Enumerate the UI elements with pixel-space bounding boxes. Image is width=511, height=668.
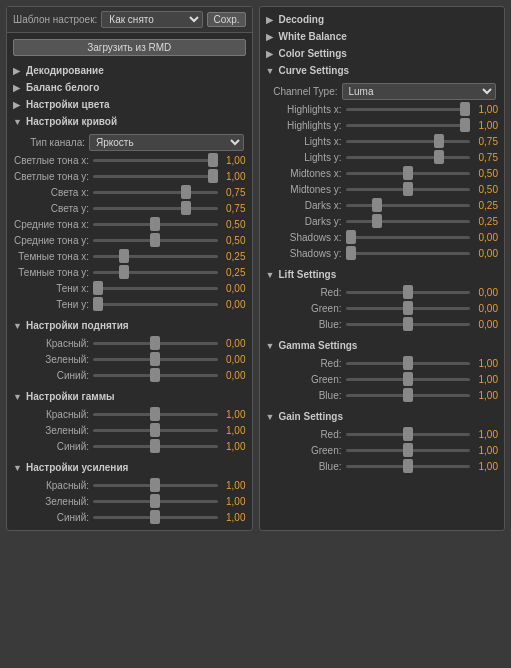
section-white-balance-right[interactable]: ▶ White Balance xyxy=(260,28,505,45)
slider-container-right-curve-5[interactable] xyxy=(346,183,471,195)
slider-thumb-right-gamma-0[interactable] xyxy=(403,356,413,370)
slider-thumb-right-curve-7[interactable] xyxy=(372,214,382,228)
slider-thumb-left-lift-2[interactable] xyxy=(150,368,160,382)
channel-type-select-right[interactable]: Luma xyxy=(342,83,497,100)
slider-thumb-left-curve-2[interactable] xyxy=(181,185,191,199)
slider-thumb-left-curve-4[interactable] xyxy=(150,217,160,231)
slider-container-left-curve-3[interactable] xyxy=(93,202,218,214)
slider-thumb-left-curve-6[interactable] xyxy=(119,249,129,263)
slider-container-left-lift-1[interactable] xyxy=(93,353,218,365)
section-gain-right[interactable]: ▼ Gain Settings xyxy=(260,408,505,425)
slider-container-right-lift-1[interactable] xyxy=(346,302,471,314)
slider-label-right-gamma-2: Blue: xyxy=(266,390,346,401)
slider-container-right-lift-2[interactable] xyxy=(346,318,471,330)
preset-select[interactable]: Как снято xyxy=(101,11,203,28)
save-button[interactable]: Сохр. xyxy=(207,12,245,27)
slider-thumb-left-curve-5[interactable] xyxy=(150,233,160,247)
slider-thumb-left-lift-0[interactable] xyxy=(150,336,160,350)
section-white-balance-left[interactable]: ▶ Баланс белого xyxy=(7,79,252,96)
slider-container-left-curve-8[interactable] xyxy=(93,282,218,294)
slider-thumb-left-curve-8[interactable] xyxy=(93,281,103,295)
slider-container-left-curve-1[interactable] xyxy=(93,170,218,182)
section-color-settings-left[interactable]: ▶ Настройки цвета xyxy=(7,96,252,113)
slider-thumb-right-curve-6[interactable] xyxy=(372,198,382,212)
slider-container-left-curve-4[interactable] xyxy=(93,218,218,230)
slider-thumb-right-curve-1[interactable] xyxy=(460,118,470,132)
section-gamma-left[interactable]: ▼ Настройки гаммы xyxy=(7,388,252,405)
load-button[interactable]: Загрузить из RMD xyxy=(13,39,246,56)
slider-container-right-gamma-0[interactable] xyxy=(346,357,471,369)
slider-thumb-left-gain-0[interactable] xyxy=(150,478,160,492)
slider-container-right-curve-1[interactable] xyxy=(346,119,471,131)
right-panel: ▶ Decoding ▶ White Balance ▶ Color Setti… xyxy=(259,6,506,531)
slider-thumb-right-lift-0[interactable] xyxy=(403,285,413,299)
slider-container-right-curve-3[interactable] xyxy=(346,151,471,163)
slider-container-left-curve-6[interactable] xyxy=(93,250,218,262)
slider-container-left-gain-1[interactable] xyxy=(93,495,218,507)
slider-container-left-lift-2[interactable] xyxy=(93,369,218,381)
slider-container-right-curve-4[interactable] xyxy=(346,167,471,179)
slider-thumb-left-curve-9[interactable] xyxy=(93,297,103,311)
slider-thumb-right-curve-4[interactable] xyxy=(403,166,413,180)
section-decoding-right[interactable]: ▶ Decoding xyxy=(260,11,505,28)
slider-container-left-gamma-0[interactable] xyxy=(93,408,218,420)
slider-thumb-right-gamma-2[interactable] xyxy=(403,388,413,402)
section-curve-settings-left[interactable]: ▼ Настройки кривой xyxy=(7,113,252,130)
section-lift-right[interactable]: ▼ Lift Settings xyxy=(260,266,505,283)
slider-track-right-curve-4 xyxy=(346,172,471,175)
slider-container-right-gain-2[interactable] xyxy=(346,460,471,472)
slider-thumb-right-lift-2[interactable] xyxy=(403,317,413,331)
slider-thumb-left-curve-3[interactable] xyxy=(181,201,191,215)
slider-container-right-curve-0[interactable] xyxy=(346,103,471,115)
slider-thumb-left-gamma-2[interactable] xyxy=(150,439,160,453)
slider-container-right-gain-1[interactable] xyxy=(346,444,471,456)
slider-thumb-right-gain-2[interactable] xyxy=(403,459,413,473)
slider-thumb-right-gamma-1[interactable] xyxy=(403,372,413,386)
slider-thumb-right-curve-5[interactable] xyxy=(403,182,413,196)
slider-container-right-curve-8[interactable] xyxy=(346,231,471,243)
slider-thumb-left-gamma-0[interactable] xyxy=(150,407,160,421)
slider-container-right-gain-0[interactable] xyxy=(346,428,471,440)
section-gain-left[interactable]: ▼ Настройки усиления xyxy=(7,459,252,476)
slider-container-left-curve-2[interactable] xyxy=(93,186,218,198)
slider-container-right-curve-7[interactable] xyxy=(346,215,471,227)
channel-type-select-left[interactable]: Яркость xyxy=(89,134,244,151)
slider-container-left-gamma-1[interactable] xyxy=(93,424,218,436)
slider-container-left-curve-9[interactable] xyxy=(93,298,218,310)
slider-container-left-lift-0[interactable] xyxy=(93,337,218,349)
slider-thumb-left-gamma-1[interactable] xyxy=(150,423,160,437)
slider-container-right-curve-2[interactable] xyxy=(346,135,471,147)
section-gamma-right[interactable]: ▼ Gamma Settings xyxy=(260,337,505,354)
slider-container-left-curve-7[interactable] xyxy=(93,266,218,278)
slider-container-left-gain-0[interactable] xyxy=(93,479,218,491)
slider-container-right-gamma-2[interactable] xyxy=(346,389,471,401)
section-curve-settings-right[interactable]: ▼ Curve Settings xyxy=(260,62,505,79)
slider-container-right-gamma-1[interactable] xyxy=(346,373,471,385)
section-decoding-left[interactable]: ▶ Декодирование xyxy=(7,62,252,79)
slider-thumb-right-curve-3[interactable] xyxy=(434,150,444,164)
slider-container-left-gamma-2[interactable] xyxy=(93,440,218,452)
slider-thumb-left-curve-7[interactable] xyxy=(119,265,129,279)
slider-thumb-right-gain-1[interactable] xyxy=(403,443,413,457)
slider-thumb-right-curve-2[interactable] xyxy=(434,134,444,148)
slider-row-left-gamma-1: Зеленый: 1,00 xyxy=(11,423,248,437)
slider-thumb-left-lift-1[interactable] xyxy=(150,352,160,366)
slider-container-left-gain-2[interactable] xyxy=(93,511,218,523)
slider-row-right-curve-7: Darks y: 0,25 xyxy=(264,214,501,228)
slider-thumb-right-lift-1[interactable] xyxy=(403,301,413,315)
slider-container-right-lift-0[interactable] xyxy=(346,286,471,298)
slider-thumb-right-gain-0[interactable] xyxy=(403,427,413,441)
slider-container-left-curve-5[interactable] xyxy=(93,234,218,246)
slider-thumb-right-curve-8[interactable] xyxy=(346,230,356,244)
slider-thumb-right-curve-0[interactable] xyxy=(460,102,470,116)
slider-container-right-curve-9[interactable] xyxy=(346,247,471,259)
slider-thumb-right-curve-9[interactable] xyxy=(346,246,356,260)
slider-thumb-left-gain-1[interactable] xyxy=(150,494,160,508)
section-color-settings-right[interactable]: ▶ Color Settings xyxy=(260,45,505,62)
slider-container-left-curve-0[interactable] xyxy=(93,154,218,166)
slider-thumb-left-curve-0[interactable] xyxy=(208,153,218,167)
slider-thumb-left-gain-2[interactable] xyxy=(150,510,160,524)
section-lift-left[interactable]: ▼ Настройки поднятия xyxy=(7,317,252,334)
slider-container-right-curve-6[interactable] xyxy=(346,199,471,211)
slider-thumb-left-curve-1[interactable] xyxy=(208,169,218,183)
